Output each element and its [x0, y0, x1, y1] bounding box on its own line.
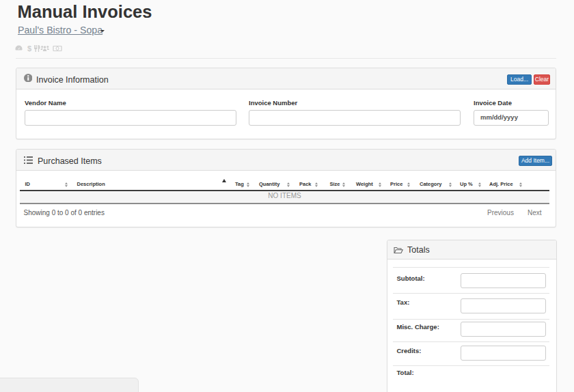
svg-text:$: $	[27, 44, 31, 53]
